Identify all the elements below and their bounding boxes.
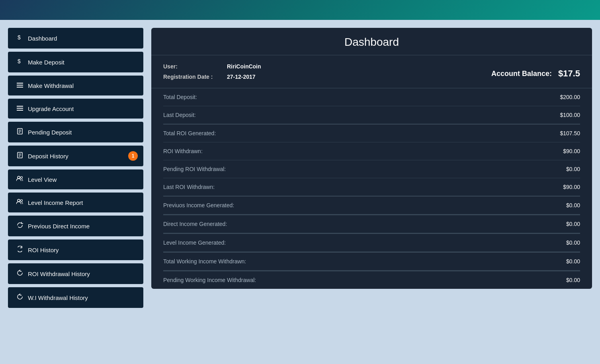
level-income-report-icon <box>16 199 24 206</box>
working-income-label: Total Working Income Withdrawn: <box>163 258 246 265</box>
dashboard-icon: $ <box>16 34 24 42</box>
pending-deposit-label: Pending Deposit <box>28 129 72 136</box>
total-roi-value: $107.50 <box>560 130 580 136</box>
total-deposit-value: $200.00 <box>560 94 580 100</box>
wi-withdrawal-history-label: W.I Withdrawal History <box>28 294 88 301</box>
roi-withdrawal-history-icon <box>16 270 24 278</box>
sidebar-item-dashboard[interactable]: $Dashboard <box>8 28 143 49</box>
level-view-icon <box>16 176 24 183</box>
svg-rect-6 <box>17 108 23 109</box>
sidebar-item-make-deposit[interactable]: $Make Deposit <box>8 52 143 72</box>
svg-rect-3 <box>17 85 23 86</box>
working-income-value: $0.00 <box>566 258 580 265</box>
last-deposit-value: $100.00 <box>560 112 580 118</box>
pending-working-value: $0.00 <box>566 277 580 283</box>
pending-roi-label: Pending ROI Withdrawal: <box>163 166 226 172</box>
svg-rect-2 <box>17 83 23 84</box>
roi-history-label: ROI History <box>28 247 59 253</box>
svg-text:$: $ <box>18 58 21 64</box>
pending-working-row: Pending Working Income Withdrawal: $0.00 <box>163 271 580 289</box>
level-income-report-label: Level Income Report <box>28 199 83 206</box>
dashboard-label: Dashboard <box>28 35 57 42</box>
reg-value: 27-12-2017 <box>227 74 256 80</box>
sidebar-item-wi-withdrawal-history[interactable]: W.I Withdrawal History <box>8 287 143 308</box>
last-roi-label: Last ROI Withdrawn: <box>163 184 215 190</box>
working-income-row: Total Working Income Withdrawn: $0.00 <box>163 253 580 271</box>
sidebar: $Dashboard$Make DepositMake WithdrawalUp… <box>8 24 143 360</box>
level-income-value: $0.00 <box>566 239 580 246</box>
roi-withdrawn-row: ROI Withdrawn: $90.00 <box>163 142 580 160</box>
total-roi-row: Total ROI Generated: $107.50 <box>163 125 580 142</box>
previous-direct-income-label: Previous Direct Income <box>28 223 90 230</box>
sidebar-item-deposit-history[interactable]: Deposit History1 <box>8 146 143 166</box>
roi-withdrawn-value: $90.00 <box>563 148 580 154</box>
sidebar-item-roi-history[interactable]: ROI History <box>8 239 143 260</box>
level-view-label: Level View <box>28 176 57 183</box>
user-info-left: User: RiriCoinCoin Registration Date : 2… <box>163 63 372 84</box>
pending-roi-row: Pending ROI Withdrawal: $0.00 <box>163 160 580 178</box>
sidebar-item-level-view[interactable]: Level View <box>8 169 143 189</box>
balance-value: $17.5 <box>558 68 580 79</box>
make-deposit-label: Make Deposit <box>28 59 64 66</box>
prev-income-value: $0.00 <box>566 202 580 208</box>
last-deposit-label: Last Deposit: <box>163 112 196 118</box>
svg-point-17 <box>21 177 23 179</box>
top-bar <box>0 0 600 20</box>
svg-rect-5 <box>17 106 23 107</box>
reg-label: Registration Date : <box>163 74 227 80</box>
sidebar-item-make-withdrawal[interactable]: Make Withdrawal <box>8 76 143 95</box>
svg-rect-7 <box>17 110 23 111</box>
roi-stats-group: Total ROI Generated: $107.50 ROI Withdra… <box>163 125 580 196</box>
upgrade-account-icon <box>16 105 24 112</box>
last-roi-value: $90.00 <box>563 184 580 190</box>
main-content: Dashboard User: RiriCoinCoin Registratio… <box>151 24 592 360</box>
total-deposit-row: Total Deposit: $200.00 <box>163 88 580 106</box>
pending-roi-value: $0.00 <box>566 166 580 172</box>
dashboard-title: Dashboard <box>151 28 592 55</box>
roi-withdrawal-history-label: ROI Withdrawal History <box>28 271 90 277</box>
last-deposit-row: Last Deposit: $100.00 <box>163 106 580 124</box>
user-info-row: User: RiriCoinCoin Registration Date : 2… <box>151 55 592 88</box>
make-withdrawal-icon <box>16 82 24 89</box>
svg-text:$: $ <box>18 34 21 41</box>
user-value: RiriCoinCoin <box>227 63 261 70</box>
prev-income-row: Previuos Income Generated: $0.00 <box>163 197 580 214</box>
make-deposit-icon: $ <box>16 58 24 66</box>
deposit-history-icon <box>16 152 24 160</box>
svg-point-16 <box>18 176 20 179</box>
previous-direct-income-icon <box>16 222 24 230</box>
level-income-label: Level Income Generated: <box>163 239 226 246</box>
direct-income-row: Direct Income Generated: $0.00 <box>163 215 580 233</box>
prev-income-label: Previuos Income Generated: <box>163 202 234 208</box>
deposit-history-label: Deposit History <box>28 153 68 160</box>
level-income-row: Level Income Generated: $0.00 <box>163 234 580 252</box>
direct-income-label: Direct Income Generated: <box>163 221 227 227</box>
balance-section: Account Balance: $17.5 <box>372 63 580 84</box>
reg-row: Registration Date : 27-12-2017 <box>163 74 372 80</box>
svg-rect-4 <box>17 87 23 88</box>
direct-income-value: $0.00 <box>566 221 580 227</box>
svg-point-19 <box>21 200 23 202</box>
last-roi-row: Last ROI Withdrawn: $90.00 <box>163 178 580 196</box>
sidebar-item-previous-direct-income[interactable]: Previous Direct Income <box>8 216 143 236</box>
total-deposit-label: Total Deposit: <box>163 94 197 100</box>
stats-section: Total Deposit: $200.00 Last Deposit: $10… <box>151 88 592 289</box>
make-withdrawal-label: Make Withdrawal <box>28 82 74 89</box>
deposit-stats-group: Total Deposit: $200.00 Last Deposit: $10… <box>163 88 580 124</box>
balance-label: Account Balance: <box>491 70 552 78</box>
user-label: User: <box>163 63 227 70</box>
sidebar-item-level-income-report[interactable]: Level Income Report <box>8 193 143 212</box>
pending-deposit-icon <box>16 128 24 136</box>
sidebar-item-upgrade-account[interactable]: Upgrade Account <box>8 99 143 119</box>
wi-withdrawal-history-icon <box>16 294 24 302</box>
sidebar-item-roi-withdrawal-history[interactable]: ROI Withdrawal History <box>8 263 143 284</box>
roi-history-icon <box>16 246 24 254</box>
sidebar-item-pending-deposit[interactable]: Pending Deposit <box>8 122 143 142</box>
dashboard-card: Dashboard User: RiriCoinCoin Registratio… <box>151 28 592 289</box>
upgrade-account-label: Upgrade Account <box>28 105 74 112</box>
total-roi-label: Total ROI Generated: <box>163 130 216 136</box>
svg-point-18 <box>18 199 20 202</box>
user-row: User: RiriCoinCoin <box>163 63 372 70</box>
deposit-history-badge: 1 <box>128 151 138 161</box>
pending-working-label: Pending Working Income Withdrawal: <box>163 277 256 283</box>
